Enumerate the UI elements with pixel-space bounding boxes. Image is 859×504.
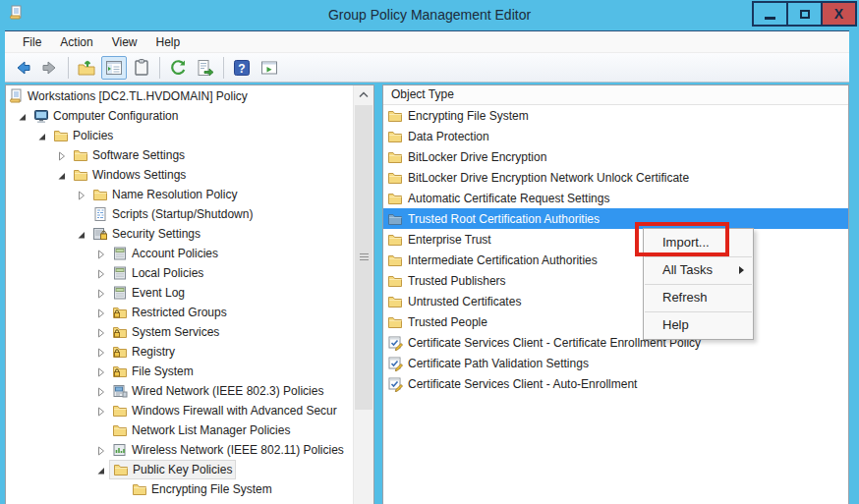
list-item-automatic-certificate-request-settings[interactable]: Automatic Certificate Request Settings [383,188,848,208]
scrollbar-thumb[interactable] [355,105,372,410]
list-item-certificate-services-client-auto-enrollment[interactable]: Certificate Services Client - Auto-Enrol… [383,373,848,394]
menu-action[interactable]: Action [52,32,100,52]
list-item-untrusted-certificates[interactable]: Untrusted Certificates [383,291,848,311]
refresh-button[interactable] [165,56,191,80]
expander-expanded-icon[interactable] [37,131,47,140]
tree-item-security-settings[interactable]: Security Settings [6,224,352,244]
folder-icon [387,108,403,124]
list-item-encrypting-file-system[interactable]: Encrypting File System [383,105,848,126]
list-item-trusted-root-certification-authorities[interactable]: Trusted Root Certification Authorities [383,208,848,229]
expander-collapsed-icon[interactable] [96,445,106,455]
tree-item-scripts-startup-shutdown[interactable]: Scripts (Startup/Shutdown) [6,204,352,224]
list-item-intermediate-certification-authorities[interactable]: Intermediate Certification Authorities [383,250,848,270]
tree-item-computer-configuration[interactable]: Computer Configuration [6,106,352,126]
list-item-trusted-publishers[interactable]: Trusted Publishers [383,270,848,291]
tree-item-file-system[interactable]: File System [6,362,352,381]
tree-item-wired-network-ieee-802-3-policies[interactable]: Wired Network (IEEE 802.3) Policies [6,381,352,401]
tree-item-workstations-dc2-tl-hvdomain-policy[interactable]: Workstations [DC2.TL.HVDOMAIN] Policy [6,86,352,106]
folder-blue-icon [387,211,403,227]
tree-item-label-group: Policies [50,126,116,145]
minimize-button[interactable] [752,1,788,27]
clipboard-button[interactable] [129,56,154,80]
list-item-certificate-path-validation-settings[interactable]: Certificate Path Validation Settings [383,353,848,373]
tree-item-encrypting-file-system[interactable]: Encrypting File System [6,479,352,499]
tree-item-network-list-manager-policies[interactable]: Network List Manager Policies [6,420,352,440]
context-menu-item-refresh[interactable]: Refresh [644,284,753,311]
menu-view[interactable]: View [104,32,145,52]
tree-item-name-resolution-policy[interactable]: Name Resolution Policy [6,185,352,204]
tree-item-registry[interactable]: Registry [6,342,352,362]
expander-collapsed-icon[interactable] [57,150,67,160]
folder-icon [112,403,128,419]
folder-icon [387,191,403,206]
computer-icon [33,108,49,124]
expander-expanded-icon[interactable] [77,229,86,239]
tree-item-label: Wireless Network (IEEE 802.11) Policies [132,440,344,460]
export-list-button[interactable] [193,56,218,80]
expander-collapsed-icon[interactable] [96,347,106,357]
back-button[interactable] [10,56,35,80]
close-button[interactable]: X [821,1,857,27]
expander-expanded-icon[interactable] [18,111,28,121]
expander-collapsed-icon[interactable] [96,406,106,416]
cert-settings-icon [387,335,403,351]
refresh-icon [168,58,188,78]
scrollbar-up-icon[interactable] [356,87,372,107]
forward-button[interactable] [37,56,63,80]
list-item-bitlocker-drive-encryption[interactable]: BitLocker Drive Encryption [383,146,848,167]
column-header-object-type[interactable]: Object Type [383,85,848,105]
clipboard-icon [132,58,151,78]
list-item-enterprise-trust[interactable]: Enterprise Trust [383,229,848,250]
maximize-button[interactable] [786,1,823,27]
menu-file[interactable]: File [15,32,49,52]
expander-collapsed-icon[interactable] [96,249,106,258]
list-item-certificate-services-client-certificate-enrollment-policy[interactable]: Certificate Services Client - Certificat… [383,332,848,353]
expander-expanded-icon[interactable] [57,170,67,180]
gpo-scroll-icon [8,88,24,104]
tree-item-public-key-policies[interactable]: Public Key Policies [6,460,352,479]
list-item-label: Certificate Path Validation Settings [408,357,589,370]
tree-item-windows-settings[interactable]: Windows Settings [6,165,352,185]
up-one-level-button[interactable] [74,56,99,80]
tree-item-label-group: Windows Firewall with Advanced Secur [109,401,340,420]
forward-icon [40,58,60,78]
list-item-label: Data Protection [408,130,489,143]
expander-collapsed-icon[interactable] [96,268,106,278]
context-menu-item-help[interactable]: Help [644,311,753,339]
expander-collapsed-icon[interactable] [77,190,86,199]
tree-item-wireless-network-ieee-802-11-policies[interactable]: Wireless Network (IEEE 802.11) Policies [6,440,352,460]
list-item-label: Trusted People [408,315,487,329]
help-button[interactable]: ? [229,56,255,80]
expander-collapsed-icon[interactable] [96,386,106,396]
tree-item-label: Security Settings [112,224,200,244]
expander-collapsed-icon[interactable] [96,366,106,376]
new-window-button[interactable] [257,56,282,80]
list-item-label: Automatic Certificate Request Settings [408,192,609,205]
expander-collapsed-icon[interactable] [96,308,106,317]
tree-item-policies[interactable]: Policies [6,126,352,145]
tree-item-software-settings[interactable]: Software Settings [6,145,352,165]
tree-item-data-protection[interactable]: Data Protection [6,499,352,504]
show-console-tree-button[interactable] [101,56,127,80]
up-one-level-icon [77,58,96,78]
tree-item-event-log[interactable]: Event Log [6,283,352,303]
list-item-bitlocker-drive-encryption-network-unlock-certificate[interactable]: BitLocker Drive Encryption Network Unloc… [383,167,848,188]
tree-item-label-group: Wireless Network (IEEE 802.11) Policies [109,440,347,460]
window-controls: X [754,1,857,27]
tree-item-label: Restricted Groups [132,303,227,322]
tree-item-label: File System [132,362,194,381]
tree-item-restricted-groups[interactable]: Restricted Groups [6,303,352,322]
expander-collapsed-icon[interactable] [96,288,106,298]
context-menu-item-all-tasks[interactable]: All Tasks [644,256,753,284]
expander-collapsed-icon[interactable] [96,327,106,337]
expander-expanded-icon[interactable] [96,465,106,475]
tree-item-windows-firewall-with-advanced-secur[interactable]: Windows Firewall with Advanced Secur [6,401,352,420]
list-item-trusted-people[interactable]: Trusted People [383,311,848,332]
list-item-data-protection[interactable]: Data Protection [383,126,848,146]
tree-item-local-policies[interactable]: Local Policies [6,263,352,283]
tree-item-system-services[interactable]: System Services [6,322,352,342]
menu-help[interactable]: Help [148,32,189,52]
tree-item-account-policies[interactable]: Account Policies [6,244,352,263]
list-item-label: Untrusted Certificates [408,295,521,308]
tree-scrollbar[interactable] [353,85,373,504]
